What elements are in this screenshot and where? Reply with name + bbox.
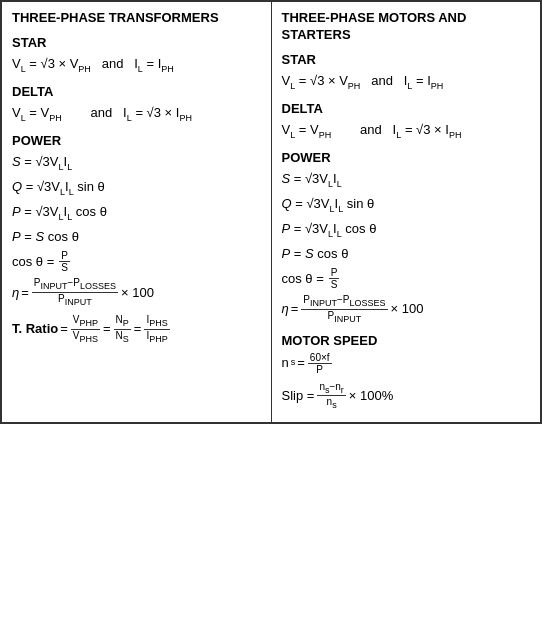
right-star-label: STAR xyxy=(282,52,531,67)
left-delta-formula: VL = VPH and IL = √3 × IPH xyxy=(12,103,261,125)
left-power-s: S = √3VLIL xyxy=(12,152,261,174)
right-star-formula: VL = √3 × VPH and IL = IPH xyxy=(282,71,531,93)
left-ratio-vph: VPHP VPHS xyxy=(71,314,100,345)
left-star-label: STAR xyxy=(12,35,261,50)
left-column: THREE-PHASE TRANSFORMERS STAR VL = √3 × … xyxy=(1,1,271,423)
left-delta-label: DELTA xyxy=(12,84,261,99)
left-title: THREE-PHASE TRANSFORMERS xyxy=(12,10,261,27)
right-power-q: Q = √3VLIL sin θ xyxy=(282,194,531,216)
right-power-label: POWER xyxy=(282,150,531,165)
left-power-p1: P = √3VLIL cos θ xyxy=(12,202,261,224)
right-ns-formula: ns = 60×f P xyxy=(282,352,531,375)
right-motor-speed-label: MOTOR SPEED xyxy=(282,333,531,348)
right-column: THREE-PHASE MOTORS AND STARTERS STAR VL … xyxy=(271,1,541,423)
right-ns-fraction: 60×f P xyxy=(308,352,332,375)
left-star-formula: VL = √3 × VPH and IL = IPH xyxy=(12,54,261,76)
left-power-p2: P = S cos θ xyxy=(12,227,261,247)
left-cos-fraction: P S xyxy=(59,250,70,273)
left-power-label: POWER xyxy=(12,133,261,148)
right-eta-fraction: PINPUT−PLOSSES PINPUT xyxy=(301,294,387,325)
left-ratio-n: NP NS xyxy=(114,314,131,345)
right-title: THREE-PHASE MOTORS AND STARTERS xyxy=(282,10,531,44)
left-power-q: Q = √3VLIL sin θ xyxy=(12,177,261,199)
left-eta-fraction: PINPUT−PLOSSES PINPUT xyxy=(32,277,118,308)
right-power-s: S = √3VLIL xyxy=(282,169,531,191)
main-table: THREE-PHASE TRANSFORMERS STAR VL = √3 × … xyxy=(0,0,542,424)
left-power-eta: η = PINPUT−PLOSSES PINPUT × 100 xyxy=(12,277,261,308)
right-delta-label: DELTA xyxy=(282,101,531,116)
right-delta-formula: VL = VPH and IL = √3 × IPH xyxy=(282,120,531,142)
right-power-p1: P = √3VLIL cos θ xyxy=(282,219,531,241)
left-power-cos: cos θ = P S xyxy=(12,250,261,273)
right-power-eta: η = PINPUT−PLOSSES PINPUT × 100 xyxy=(282,294,531,325)
right-cos-fraction: P S xyxy=(329,267,340,290)
right-power-p2: P = S cos θ xyxy=(282,244,531,264)
right-slip-fraction: ns−nr ns xyxy=(317,381,345,412)
right-slip-formula: Slip = ns−nr ns × 100% xyxy=(282,381,531,412)
right-power-cos: cos θ = P S xyxy=(282,267,531,290)
left-ratio-iph: IPHS IPHP xyxy=(144,314,169,345)
left-ratio: T. Ratio = VPHP VPHS = NP NS = IPHS IPHP xyxy=(12,314,261,345)
